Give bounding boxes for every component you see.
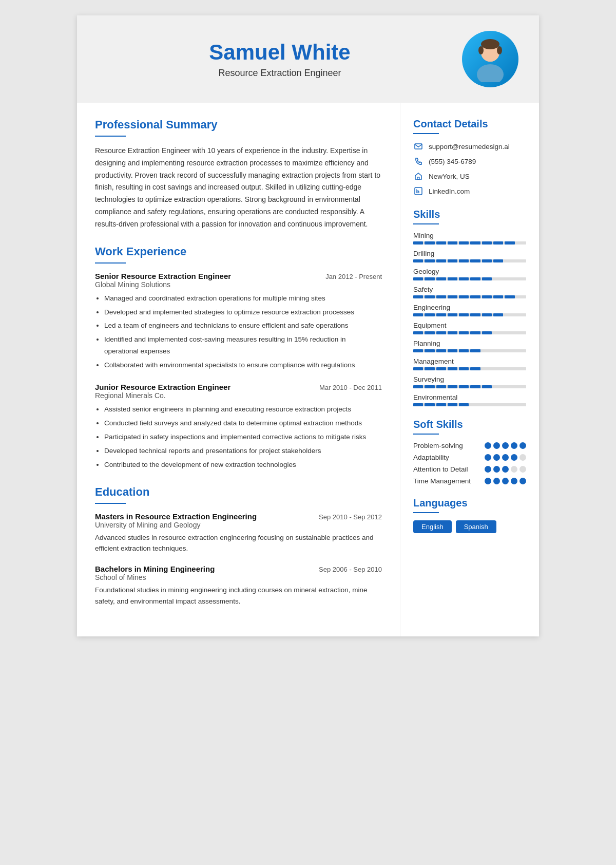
soft-skill-row: Time Management	[413, 477, 526, 485]
header: Samuel White Resource Extraction Enginee…	[77, 15, 539, 103]
resume-container: Samuel White Resource Extraction Enginee…	[77, 15, 539, 636]
skill-bar	[413, 259, 526, 262]
edu-school: School of Mines	[95, 573, 382, 581]
skill-segment	[505, 313, 514, 316]
skill-segment	[505, 331, 514, 334]
contact-item: NewYork, US	[413, 171, 526, 181]
candidate-photo	[462, 31, 518, 87]
skill-segment	[459, 385, 469, 388]
work-experience-section: Work Experience Senior Resource Extracti…	[95, 245, 382, 471]
soft-skill-row: Adaptability	[413, 454, 526, 461]
skill-item: Planning	[413, 340, 526, 352]
skill-segment	[459, 277, 469, 280]
languages-divider	[413, 512, 439, 513]
summary-divider	[95, 136, 126, 137]
education-divider	[95, 503, 126, 504]
skills-section: Skills Mining Drilling Geology Safety En…	[413, 209, 526, 406]
skill-segment	[470, 241, 480, 245]
skill-segment	[493, 367, 503, 370]
skill-segment	[482, 331, 492, 334]
skill-segment	[413, 313, 423, 316]
skill-segment	[459, 241, 469, 245]
skill-bar	[413, 241, 526, 245]
skill-segment	[516, 277, 526, 280]
dots-row	[485, 454, 526, 461]
skill-segment	[493, 331, 503, 334]
skill-segment	[516, 313, 526, 316]
language-tags: EnglishSpanish	[413, 520, 526, 533]
skill-segment	[448, 367, 457, 370]
skill-segment	[448, 331, 457, 334]
job-bullet: Developed technical reports and presenta…	[104, 445, 382, 457]
skill-item: Mining	[413, 232, 526, 245]
soft-skills-container: Problem-solving Adaptability Attention t…	[413, 442, 526, 485]
left-column: Professional Summary Resource Extraction…	[77, 103, 400, 636]
skill-name: Environmental	[413, 393, 526, 401]
dots-row	[485, 442, 526, 449]
skill-segment	[413, 367, 423, 370]
skill-segment	[516, 259, 526, 262]
candidate-title: Resource Extraction Engineer	[98, 68, 462, 79]
skills-title: Skills	[413, 209, 526, 220]
skill-segment	[436, 295, 446, 298]
soft-skills-title: Soft Skills	[413, 419, 526, 430]
skill-segment	[505, 403, 514, 406]
svg-point-3	[481, 39, 499, 49]
job-bullet: Contributed to the development of new ex…	[104, 459, 382, 471]
skill-bar	[413, 385, 526, 388]
edu-desc: Foundational studies in mining engineeri…	[95, 585, 382, 607]
skill-segment	[482, 259, 492, 262]
skill-name: Mining	[413, 232, 526, 239]
skill-bar	[413, 367, 526, 370]
job-bullets-list: Managed and coordinated extraction opera…	[95, 293, 382, 372]
skill-segment	[516, 349, 526, 352]
job-bullet: Assisted senior engineers in planning an…	[104, 404, 382, 416]
skill-segment	[482, 403, 492, 406]
skill-segment	[493, 277, 503, 280]
skill-segment	[448, 277, 457, 280]
education-block: Bachelors in Mining Engineering Sep 2006…	[95, 565, 382, 607]
skill-name: Geology	[413, 268, 526, 275]
job-bullet: Developed and implemented strategies to …	[104, 307, 382, 318]
skill-segment	[470, 367, 480, 370]
skill-segment	[425, 403, 434, 406]
skill-segment	[493, 349, 503, 352]
skill-segment	[425, 295, 434, 298]
skill-item: Equipment	[413, 322, 526, 334]
soft-skill-dot	[493, 466, 500, 473]
skill-segment	[448, 349, 457, 352]
skill-segment	[482, 241, 492, 245]
job-bullet: Led a team of engineers and technicians …	[104, 320, 382, 332]
skill-segment	[413, 295, 423, 298]
edu-dates: Sep 2010 - Sep 2012	[319, 513, 382, 521]
svg-point-1	[477, 64, 504, 82]
email-icon	[413, 141, 424, 152]
main-layout: Professional Summary Resource Extraction…	[77, 103, 539, 636]
soft-skill-dot	[519, 466, 526, 473]
skill-name: Safety	[413, 286, 526, 293]
skill-segment	[470, 277, 480, 280]
skill-segment	[459, 403, 469, 406]
skill-segment	[425, 313, 434, 316]
soft-skill-dot	[493, 454, 500, 461]
job-bullet: Managed and coordinated extraction opera…	[104, 293, 382, 305]
contact-item: support@resumedesign.ai	[413, 141, 526, 152]
skill-segment	[413, 349, 423, 352]
education-section: Education Masters in Resource Extraction…	[95, 485, 382, 607]
contact-value: NewYork, US	[429, 173, 470, 180]
edu-degree: Masters in Resource Extraction Engineeri…	[95, 512, 257, 521]
job-dates: Jan 2012 - Present	[325, 273, 382, 280]
skill-name: Equipment	[413, 322, 526, 329]
skill-segment	[505, 349, 514, 352]
soft-skill-dot	[493, 442, 500, 449]
skill-segment	[516, 295, 526, 298]
soft-skill-dot	[485, 442, 491, 449]
skill-segment	[413, 241, 423, 245]
languages-section: Languages EnglishSpanish	[413, 497, 526, 533]
skill-segment	[470, 313, 480, 316]
skill-segment	[413, 277, 423, 280]
job-dates: Mar 2010 - Dec 2011	[319, 384, 382, 391]
summary-title: Professional Summary	[95, 118, 382, 131]
skill-bar	[413, 313, 526, 316]
skill-segment	[436, 403, 446, 406]
